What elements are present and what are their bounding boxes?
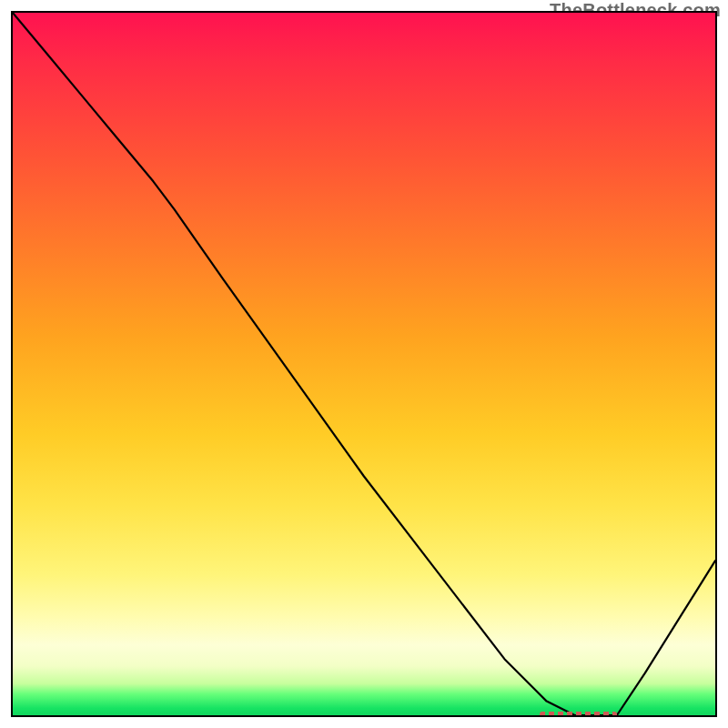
line-plot — [13, 13, 715, 715]
bottom-marker — [540, 712, 617, 717]
plot-area — [11, 11, 717, 717]
curve-line — [13, 13, 715, 715]
chart-frame: TheBottleneck.com — [0, 0, 728, 728]
